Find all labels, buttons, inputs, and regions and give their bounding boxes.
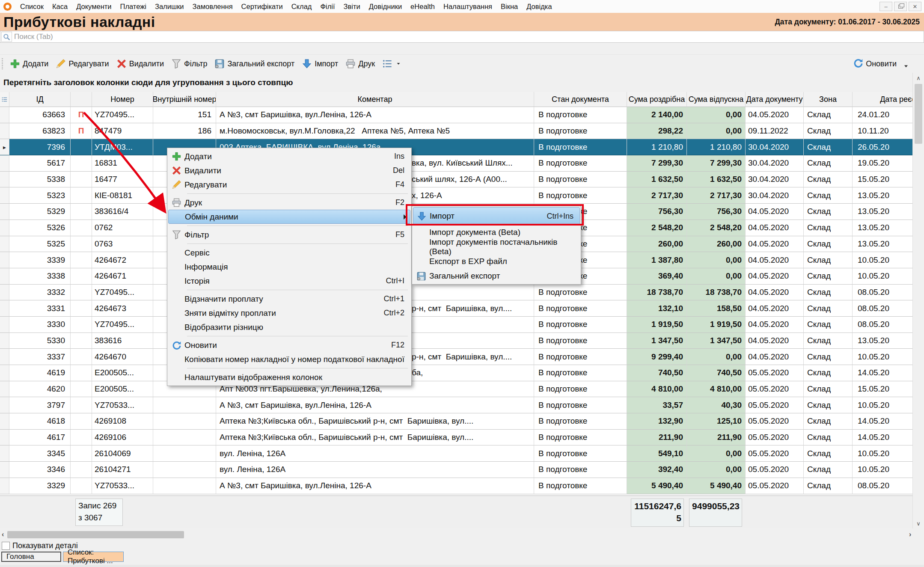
cell-internal-number[interactable] — [153, 430, 216, 446]
cell-id[interactable]: 4620 — [9, 381, 71, 398]
cell-sum-retail[interactable]: 33,57 — [627, 397, 687, 413]
cell-zone[interactable]: Склад — [804, 187, 853, 204]
cell-number[interactable]: УТДМ03... — [92, 139, 153, 155]
cell-comment[interactable]: Аптека №3;Київська обл., Баришівський р-… — [216, 430, 534, 446]
cell-zone[interactable]: Склад — [804, 268, 853, 285]
chevron-down-icon[interactable] — [397, 63, 400, 65]
cell-sum-dispatch[interactable]: 0,00 — [687, 268, 746, 285]
cell-number[interactable]: YZ70495... — [92, 107, 153, 123]
cell-id[interactable]: 4617 — [9, 430, 71, 446]
menubar-item-8[interactable]: Склад — [287, 3, 316, 10]
cell-payment-flag[interactable] — [71, 300, 92, 317]
cell-zone[interactable]: Склад — [804, 155, 853, 172]
search-bar[interactable]: Поиск (Tab) — [0, 31, 924, 43]
cell-comment[interactable]: А №3, смт Баришівка, вул.Леніна, 126-А — [216, 107, 534, 123]
cell-zone[interactable]: Склад — [804, 430, 853, 446]
cell-number[interactable]: 4264670 — [92, 349, 153, 365]
column-header-7[interactable]: Сума роздрібна — [627, 92, 687, 107]
cell-sum-dispatch[interactable]: 1 347,50 — [687, 333, 746, 349]
cell-doc-date[interactable]: 05.05.2020 — [746, 365, 804, 381]
cell-comment[interactable]: вул. Леніна, 126А — [216, 445, 534, 462]
cell-status[interactable]: В подготовке — [534, 430, 627, 446]
cell-number[interactable]: 26104271 — [92, 462, 153, 478]
cell-status[interactable]: В подготовке — [534, 462, 627, 478]
cell-status[interactable]: В подготовке — [534, 349, 627, 365]
cell-doc-date[interactable]: 30.04.2020 — [746, 187, 804, 204]
context-menu-item-14[interactable]: Копіювати номер накладної у номер податк… — [168, 352, 410, 366]
toolbar-button-7[interactable]: Друк — [342, 57, 379, 70]
scroll-down-icon[interactable]: ∨ — [914, 519, 923, 528]
cell-id[interactable]: 3339 — [9, 252, 71, 268]
cell-id[interactable]: 63823 — [9, 123, 71, 140]
context-menu-item-15[interactable]: Налаштувати відображення колонок — [168, 370, 410, 384]
cell-reg-date[interactable]: 13.05.20 — [853, 204, 912, 220]
cell-payment-flag[interactable] — [71, 445, 92, 462]
refresh-caret-icon[interactable] — [904, 65, 908, 68]
cell-sum-dispatch[interactable]: 2 548,20 — [687, 220, 746, 236]
cell-reg-date[interactable]: 26.05.20 — [853, 139, 912, 155]
cell-status[interactable]: В подготовке — [534, 478, 627, 494]
cell-number[interactable]: 4264673 — [92, 300, 153, 317]
cell-payment-flag[interactable] — [71, 365, 92, 381]
cell-status[interactable]: В подготовке — [534, 123, 627, 140]
toolbar-button-4[interactable]: Фільтр — [168, 57, 211, 70]
table-row[interactable]: 5330383616В подготовке1 347,501 347,5004… — [0, 333, 912, 349]
vertical-scroll-thumb[interactable] — [915, 84, 922, 144]
cell-zone[interactable]: Склад — [804, 462, 853, 478]
cell-number[interactable]: 0763 — [92, 236, 153, 252]
cell-zone[interactable]: Склад — [804, 236, 853, 252]
cell-zone[interactable]: Склад — [804, 333, 853, 349]
cell-sum-retail[interactable]: 2 140,00 — [627, 107, 687, 123]
cell-zone[interactable]: Склад — [804, 220, 853, 236]
cell-sum-retail[interactable]: 18 738,70 — [627, 285, 687, 301]
cell-reg-date[interactable]: 24.01.20 — [853, 107, 912, 123]
cell-reg-date[interactable]: 08.05.20 — [853, 300, 912, 317]
cell-doc-date[interactable]: 30.04.2020 — [746, 172, 804, 188]
menubar-item-14[interactable]: Вікна — [496, 3, 522, 10]
column-header-11[interactable]: Дата реєстрації — [853, 92, 912, 107]
toolbar-button-3[interactable]: Видалити — [113, 57, 168, 70]
cell-sum-retail[interactable]: 2 548,20 — [627, 220, 687, 236]
column-header-8[interactable]: Сума відпускна — [687, 92, 746, 107]
cell-doc-date[interactable]: 05.05.2020 — [746, 381, 804, 398]
cell-reg-date[interactable]: 10.05.20 — [853, 349, 912, 365]
submenu-item-1[interactable]: ІмпортCtrl+Ins — [413, 207, 580, 225]
cell-zone[interactable]: Склад — [804, 123, 853, 140]
table-row[interactable]: 33374264670р-н, смт Баришівка, вул....В … — [0, 349, 912, 365]
cell-sum-retail[interactable]: 5 490,40 — [627, 478, 687, 494]
cell-status[interactable]: В подготовке — [534, 397, 627, 413]
cell-number[interactable]: YZ70495... — [92, 317, 153, 333]
toolbar-button-2[interactable]: Редагувати — [52, 57, 113, 70]
grid-corner-icon[interactable] — [0, 92, 9, 107]
cell-id[interactable]: 5617 — [9, 155, 71, 172]
cell-doc-date[interactable]: 05.05.2020 — [746, 413, 804, 430]
scroll-left-icon[interactable]: ‹ — [2, 531, 4, 538]
cell-doc-date[interactable]: 05.05.2020 — [746, 445, 804, 462]
cell-id[interactable]: 5325 — [9, 236, 71, 252]
cell-reg-date[interactable]: 08.05.20 — [853, 478, 912, 494]
menubar-item-5[interactable]: Залишки — [151, 3, 188, 10]
cell-zone[interactable]: Склад — [804, 445, 853, 462]
show-details-checkbox[interactable] — [2, 542, 10, 550]
cell-zone[interactable]: Склад — [804, 172, 853, 188]
cell-comment[interactable]: вул. Леніна, 126А — [216, 462, 534, 478]
menubar-item-7[interactable]: Сертифікати — [237, 3, 287, 10]
cell-doc-date[interactable]: 05.05.2020 — [746, 397, 804, 413]
toolbar-columns-button[interactable] — [379, 57, 404, 70]
toolbar-button-6[interactable]: Імпорт — [298, 57, 342, 70]
context-menu-item-6[interactable]: ФільтрF5 — [168, 228, 410, 242]
cell-number[interactable]: 4264671 — [92, 268, 153, 285]
cell-sum-dispatch[interactable]: 0,00 — [687, 462, 746, 478]
cell-reg-date[interactable]: 19.05.20 — [853, 155, 912, 172]
tab-home[interactable]: Головна — [1, 552, 61, 562]
cell-sum-dispatch[interactable]: 0,00 — [687, 252, 746, 268]
table-row[interactable]: 334626104271вул. Леніна, 126АВ подготовк… — [0, 462, 912, 478]
cell-zone[interactable]: Склад — [804, 285, 853, 301]
cell-zone[interactable]: Склад — [804, 252, 853, 268]
cell-sum-dispatch[interactable]: 0,00 — [687, 349, 746, 365]
cell-payment-flag[interactable] — [71, 139, 92, 155]
cell-comment[interactable]: А №3, смт Баришівка, вул.Леніна, 126-А — [216, 397, 534, 413]
table-row[interactable]: 334526104069вул. Леніна, 126АВ подготовк… — [0, 445, 912, 462]
cell-id[interactable]: 63663 — [9, 107, 71, 123]
cell-zone[interactable]: Склад — [804, 139, 853, 155]
